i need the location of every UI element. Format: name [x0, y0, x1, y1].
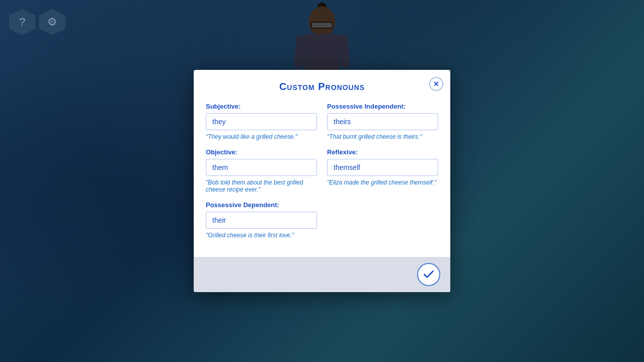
custom-pronouns-modal: Custom Pronouns ✕ Subjective: "They woul… — [194, 70, 450, 292]
modal-title: Custom Pronouns — [279, 81, 365, 92]
subjective-field-group: Subjective: "They would like a grilled c… — [206, 103, 317, 140]
possessive-independent-input[interactable] — [327, 113, 438, 130]
possessive-independent-label: Possessive Independent: — [327, 103, 438, 110]
confirm-button[interactable] — [417, 263, 440, 286]
possessive-dependent-label: Possessive Dependent: — [206, 201, 317, 209]
reflexive-label: Reflexive: — [327, 148, 438, 156]
possessive-dependent-input[interactable] — [206, 212, 317, 229]
reflexive-example: "Eliza made the grilled cheese themself.… — [327, 179, 438, 186]
modal-header: Custom Pronouns ✕ — [194, 70, 450, 101]
reflexive-input[interactable] — [327, 159, 438, 176]
close-button[interactable]: ✕ — [429, 77, 443, 91]
reflexive-field-group: Reflexive: "Eliza made the grilled chees… — [327, 148, 438, 193]
modal-body: Subjective: "They would like a grilled c… — [194, 101, 450, 257]
possessive-dependent-field-group: Possessive Dependent: "Grilled cheese is… — [206, 201, 317, 239]
subjective-example: "They would like a grilled cheese." — [206, 133, 317, 140]
possessive-dependent-example: "Grilled cheese is their first love." — [206, 232, 317, 239]
possessive-independent-field-group: Possessive Independent: "That burnt gril… — [327, 103, 438, 140]
possessive-independent-example: "That burnt grilled cheese is theirs." — [327, 133, 438, 140]
objective-example: "Bob told them about the best grilled ch… — [206, 179, 317, 193]
objective-field-group: Objective: "Bob told them about the best… — [206, 148, 317, 193]
modal-overlay: Custom Pronouns ✕ Subjective: "They woul… — [0, 0, 644, 362]
modal-footer — [194, 257, 450, 292]
subjective-input[interactable] — [206, 113, 317, 130]
subjective-label: Subjective: — [206, 103, 317, 110]
objective-input[interactable] — [206, 159, 317, 176]
objective-label: Objective: — [206, 148, 317, 156]
